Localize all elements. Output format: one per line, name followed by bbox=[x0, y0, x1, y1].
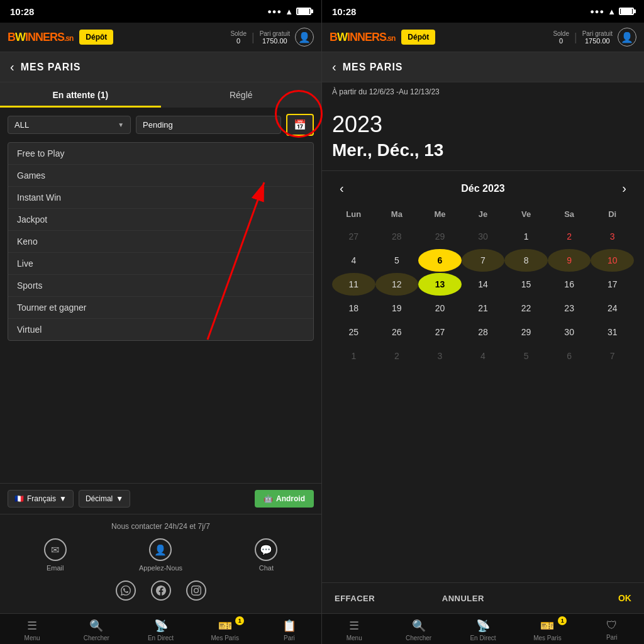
calendar-day[interactable]: 22 bbox=[504, 297, 548, 319]
paris-icon: 🎫 bbox=[218, 619, 232, 633]
ok-button[interactable]: OK bbox=[618, 593, 631, 603]
prev-month-button[interactable]: ‹ bbox=[335, 179, 349, 198]
calendar-day[interactable]: 14 bbox=[462, 273, 505, 296]
calendar-day[interactable]: 30 bbox=[462, 225, 505, 248]
chevron-down-icon: ▼ bbox=[118, 121, 124, 128]
header-info: Solde 0 | Pari gratuit 1750.00 👤 bbox=[230, 28, 314, 47]
calendar-day[interactable]: 17 bbox=[591, 273, 634, 296]
calendar-day[interactable]: 12 bbox=[375, 273, 419, 296]
calendar-day[interactable]: 18 bbox=[332, 297, 375, 319]
calendar-day[interactable]: 21 bbox=[462, 297, 505, 319]
depot-button[interactable]: Dépôt bbox=[79, 30, 113, 45]
nav-search[interactable]: 🔍 Chercher bbox=[64, 619, 128, 641]
annuler-button[interactable]: ANNULER bbox=[442, 594, 484, 603]
contact-email[interactable]: ✉ Email bbox=[44, 538, 67, 572]
calendar-day[interactable]: 10 bbox=[591, 249, 634, 272]
calendar-day[interactable]: 15 bbox=[504, 273, 548, 296]
calendar-day[interactable]: 3 bbox=[591, 225, 634, 248]
cal-back-button[interactable]: ‹ bbox=[332, 60, 336, 74]
page-header: ‹ MES PARIS bbox=[0, 52, 321, 82]
calendar-day[interactable]: 28 bbox=[462, 321, 505, 343]
calendar-selected-date: Mer., Déc., 13 bbox=[322, 138, 644, 171]
signal-icon: ●●● bbox=[267, 8, 282, 15]
calendar-day[interactable]: 31 bbox=[591, 321, 634, 343]
calendar-day[interactable]: 30 bbox=[548, 321, 591, 343]
tab-en-attente[interactable]: En attente (1) bbox=[0, 82, 161, 108]
nav-menu[interactable]: ☰ Menu bbox=[0, 619, 64, 641]
cal-nav-mes-paris[interactable]: 1 🎫 Mes Paris bbox=[515, 619, 579, 641]
calendar-day[interactable]: 7 bbox=[591, 345, 634, 367]
calendar-day[interactable]: 27 bbox=[332, 225, 375, 248]
dropdown-item-virtuel[interactable]: Virtuel bbox=[8, 319, 313, 340]
calendar-day[interactable]: 1 bbox=[332, 345, 375, 367]
dropdown-item-games[interactable]: Games bbox=[8, 165, 313, 187]
nav-pari[interactable]: 📋 Pari bbox=[257, 619, 321, 641]
calendar-day[interactable]: 5 bbox=[375, 249, 419, 272]
cal-nav-search[interactable]: 🔍 Chercher bbox=[386, 619, 450, 641]
dropdown-item-sports[interactable]: Sports bbox=[8, 275, 313, 297]
calendar-week-4: 25262728293031 bbox=[332, 321, 634, 343]
calendar-day[interactable]: 27 bbox=[418, 321, 462, 343]
back-button[interactable]: ‹ bbox=[10, 60, 14, 74]
calendar-day[interactable]: 28 bbox=[375, 225, 419, 248]
android-icon: 🤖 bbox=[264, 494, 273, 503]
calendar-day[interactable]: 6 bbox=[548, 345, 591, 367]
language-selector[interactable]: 🇫🇷 Français ▼ bbox=[8, 490, 74, 508]
calendar-day[interactable]: 20 bbox=[418, 297, 462, 319]
dropdown-item-tourner[interactable]: Tourner et gagner bbox=[8, 297, 313, 319]
dropdown-item-keno[interactable]: Keno bbox=[8, 231, 313, 253]
calendar-day[interactable]: 24 bbox=[591, 297, 634, 319]
facebook-icon[interactable] bbox=[151, 580, 171, 601]
tab-regle[interactable]: Réglé bbox=[161, 82, 322, 108]
dropdown-item-free-to-play[interactable]: Free to Play bbox=[8, 143, 313, 165]
cal-nav-menu[interactable]: ☰ Menu bbox=[322, 619, 386, 641]
format-selector[interactable]: Décimal ▼ bbox=[79, 490, 130, 508]
calendar-day[interactable]: 6 bbox=[418, 249, 462, 272]
calendar-day[interactable]: 8 bbox=[504, 249, 548, 272]
calendar-day[interactable]: 9 bbox=[548, 249, 591, 272]
calendar-day[interactable]: 1 bbox=[504, 225, 548, 248]
calendar-day[interactable]: 16 bbox=[548, 273, 591, 296]
calendar-day[interactable]: 7 bbox=[462, 249, 505, 272]
cal-nav-live[interactable]: 📡 En Direct bbox=[451, 619, 515, 641]
calendar-day[interactable]: 26 bbox=[375, 321, 419, 343]
calendar-button[interactable]: 📅 bbox=[286, 114, 314, 136]
filter-row: ALL ▼ Pending 📅 bbox=[0, 108, 321, 142]
calendar-day[interactable]: 4 bbox=[332, 249, 375, 272]
mes-paris-badge: 1 bbox=[235, 616, 244, 625]
calendar-day[interactable]: 29 bbox=[418, 225, 462, 248]
calendar-day[interactable]: 3 bbox=[418, 345, 462, 367]
dropdown-item-instant-win[interactable]: Instant Win bbox=[8, 187, 313, 209]
next-month-button[interactable]: › bbox=[617, 179, 631, 198]
nav-mes-paris[interactable]: 1 🎫 Mes Paris bbox=[193, 619, 257, 641]
calendar-day[interactable]: 19 bbox=[375, 297, 419, 319]
dropdown-item-live[interactable]: Live bbox=[8, 253, 313, 275]
calendar-day[interactable]: 2 bbox=[548, 225, 591, 248]
calendar-day[interactable]: 11 bbox=[332, 273, 375, 296]
calendar-day[interactable]: 5 bbox=[504, 345, 548, 367]
whatsapp-icon[interactable] bbox=[116, 580, 136, 601]
contact-phone[interactable]: 👤 Appelez-Nous bbox=[139, 538, 182, 572]
dropdown-item-jackpot[interactable]: Jackpot bbox=[8, 209, 313, 231]
calendar-day[interactable]: 29 bbox=[504, 321, 548, 343]
calendar-actions: EFFACER ANNULER OK bbox=[322, 582, 644, 613]
contact-chat[interactable]: 💬 Chat bbox=[255, 538, 277, 572]
calendar-day[interactable]: 4 bbox=[462, 345, 505, 367]
cal-avatar[interactable]: 👤 bbox=[618, 28, 636, 47]
cal-pari-icon: 🛡 bbox=[606, 619, 618, 632]
calendar-day[interactable]: 2 bbox=[375, 345, 419, 367]
cal-depot-button[interactable]: Dépôt bbox=[401, 30, 435, 45]
instagram-icon[interactable] bbox=[186, 580, 206, 601]
cal-nav-pari[interactable]: 🛡 Pari bbox=[580, 619, 644, 641]
pari-info: Pari gratuit 1750.00 bbox=[260, 30, 290, 45]
android-button[interactable]: 🤖 Android bbox=[255, 490, 314, 508]
footer-selectors: 🇫🇷 Français ▼ Décimal ▼ 🤖 Android bbox=[0, 483, 321, 514]
pending-input[interactable]: Pending bbox=[136, 116, 281, 134]
calendar-day[interactable]: 25 bbox=[332, 321, 375, 343]
all-dropdown[interactable]: ALL ▼ bbox=[8, 116, 131, 134]
calendar-day[interactable]: 23 bbox=[548, 297, 591, 319]
nav-live[interactable]: 📡 En Direct bbox=[128, 619, 192, 641]
effacer-button[interactable]: EFFACER bbox=[335, 594, 375, 603]
calendar-day[interactable]: 13 bbox=[418, 273, 462, 296]
avatar[interactable]: 👤 bbox=[295, 28, 314, 47]
